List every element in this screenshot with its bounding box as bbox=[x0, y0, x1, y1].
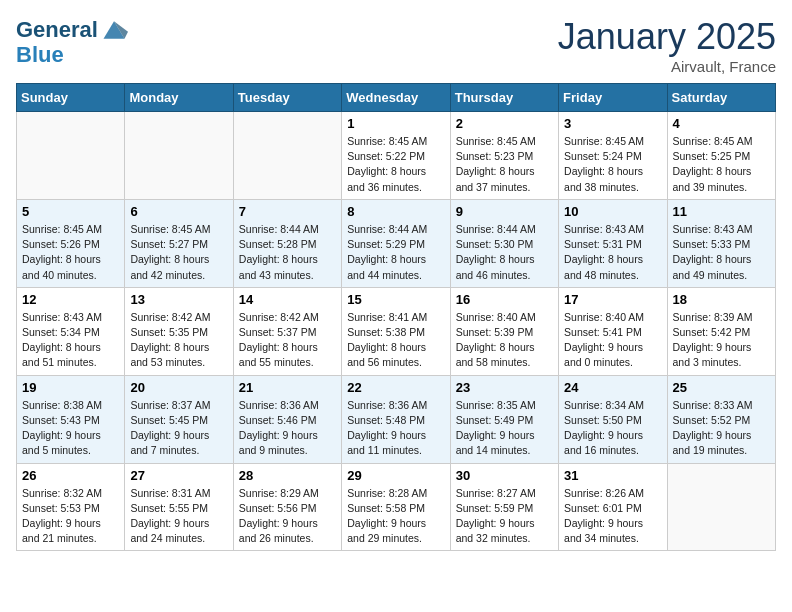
day-number: 13 bbox=[130, 292, 227, 307]
calendar-cell: 14Sunrise: 8:42 AM Sunset: 5:37 PM Dayli… bbox=[233, 287, 341, 375]
day-number: 5 bbox=[22, 204, 119, 219]
calendar-cell: 23Sunrise: 8:35 AM Sunset: 5:49 PM Dayli… bbox=[450, 375, 558, 463]
day-info: Sunrise: 8:45 AM Sunset: 5:25 PM Dayligh… bbox=[673, 134, 770, 195]
calendar-cell: 19Sunrise: 8:38 AM Sunset: 5:43 PM Dayli… bbox=[17, 375, 125, 463]
calendar-cell: 8Sunrise: 8:44 AM Sunset: 5:29 PM Daylig… bbox=[342, 199, 450, 287]
day-info: Sunrise: 8:33 AM Sunset: 5:52 PM Dayligh… bbox=[673, 398, 770, 459]
weekday-header-thursday: Thursday bbox=[450, 84, 558, 112]
calendar-cell: 16Sunrise: 8:40 AM Sunset: 5:39 PM Dayli… bbox=[450, 287, 558, 375]
day-number: 7 bbox=[239, 204, 336, 219]
day-number: 1 bbox=[347, 116, 444, 131]
week-row-2: 5Sunrise: 8:45 AM Sunset: 5:26 PM Daylig… bbox=[17, 199, 776, 287]
weekday-header-row: SundayMondayTuesdayWednesdayThursdayFrid… bbox=[17, 84, 776, 112]
calendar-cell: 9Sunrise: 8:44 AM Sunset: 5:30 PM Daylig… bbox=[450, 199, 558, 287]
day-number: 18 bbox=[673, 292, 770, 307]
calendar-cell: 30Sunrise: 8:27 AM Sunset: 5:59 PM Dayli… bbox=[450, 463, 558, 551]
month-title: January 2025 bbox=[558, 16, 776, 58]
calendar-cell: 24Sunrise: 8:34 AM Sunset: 5:50 PM Dayli… bbox=[559, 375, 667, 463]
day-number: 15 bbox=[347, 292, 444, 307]
day-info: Sunrise: 8:38 AM Sunset: 5:43 PM Dayligh… bbox=[22, 398, 119, 459]
calendar-cell: 21Sunrise: 8:36 AM Sunset: 5:46 PM Dayli… bbox=[233, 375, 341, 463]
calendar-cell: 3Sunrise: 8:45 AM Sunset: 5:24 PM Daylig… bbox=[559, 112, 667, 200]
calendar-cell: 13Sunrise: 8:42 AM Sunset: 5:35 PM Dayli… bbox=[125, 287, 233, 375]
day-number: 2 bbox=[456, 116, 553, 131]
weekday-header-sunday: Sunday bbox=[17, 84, 125, 112]
logo-accent: Blue bbox=[16, 42, 64, 67]
day-info: Sunrise: 8:32 AM Sunset: 5:53 PM Dayligh… bbox=[22, 486, 119, 547]
calendar-cell: 29Sunrise: 8:28 AM Sunset: 5:58 PM Dayli… bbox=[342, 463, 450, 551]
day-number: 19 bbox=[22, 380, 119, 395]
day-info: Sunrise: 8:42 AM Sunset: 5:35 PM Dayligh… bbox=[130, 310, 227, 371]
calendar-cell: 4Sunrise: 8:45 AM Sunset: 5:25 PM Daylig… bbox=[667, 112, 775, 200]
day-info: Sunrise: 8:45 AM Sunset: 5:22 PM Dayligh… bbox=[347, 134, 444, 195]
day-info: Sunrise: 8:27 AM Sunset: 5:59 PM Dayligh… bbox=[456, 486, 553, 547]
weekday-header-saturday: Saturday bbox=[667, 84, 775, 112]
day-info: Sunrise: 8:43 AM Sunset: 5:31 PM Dayligh… bbox=[564, 222, 661, 283]
day-info: Sunrise: 8:43 AM Sunset: 5:34 PM Dayligh… bbox=[22, 310, 119, 371]
day-number: 28 bbox=[239, 468, 336, 483]
day-info: Sunrise: 8:36 AM Sunset: 5:46 PM Dayligh… bbox=[239, 398, 336, 459]
calendar-table: SundayMondayTuesdayWednesdayThursdayFrid… bbox=[16, 83, 776, 551]
day-number: 21 bbox=[239, 380, 336, 395]
logo-text: General bbox=[16, 19, 98, 41]
calendar-cell: 12Sunrise: 8:43 AM Sunset: 5:34 PM Dayli… bbox=[17, 287, 125, 375]
calendar-cell: 26Sunrise: 8:32 AM Sunset: 5:53 PM Dayli… bbox=[17, 463, 125, 551]
calendar-cell: 6Sunrise: 8:45 AM Sunset: 5:27 PM Daylig… bbox=[125, 199, 233, 287]
day-info: Sunrise: 8:26 AM Sunset: 6:01 PM Dayligh… bbox=[564, 486, 661, 547]
day-number: 29 bbox=[347, 468, 444, 483]
day-number: 16 bbox=[456, 292, 553, 307]
day-info: Sunrise: 8:41 AM Sunset: 5:38 PM Dayligh… bbox=[347, 310, 444, 371]
calendar-cell: 22Sunrise: 8:36 AM Sunset: 5:48 PM Dayli… bbox=[342, 375, 450, 463]
day-info: Sunrise: 8:29 AM Sunset: 5:56 PM Dayligh… bbox=[239, 486, 336, 547]
calendar-cell: 17Sunrise: 8:40 AM Sunset: 5:41 PM Dayli… bbox=[559, 287, 667, 375]
day-number: 25 bbox=[673, 380, 770, 395]
week-row-4: 19Sunrise: 8:38 AM Sunset: 5:43 PM Dayli… bbox=[17, 375, 776, 463]
day-number: 24 bbox=[564, 380, 661, 395]
day-number: 31 bbox=[564, 468, 661, 483]
day-number: 30 bbox=[456, 468, 553, 483]
calendar-cell: 20Sunrise: 8:37 AM Sunset: 5:45 PM Dayli… bbox=[125, 375, 233, 463]
week-row-1: 1Sunrise: 8:45 AM Sunset: 5:22 PM Daylig… bbox=[17, 112, 776, 200]
day-info: Sunrise: 8:40 AM Sunset: 5:39 PM Dayligh… bbox=[456, 310, 553, 371]
day-info: Sunrise: 8:42 AM Sunset: 5:37 PM Dayligh… bbox=[239, 310, 336, 371]
day-info: Sunrise: 8:31 AM Sunset: 5:55 PM Dayligh… bbox=[130, 486, 227, 547]
weekday-header-friday: Friday bbox=[559, 84, 667, 112]
calendar-cell: 2Sunrise: 8:45 AM Sunset: 5:23 PM Daylig… bbox=[450, 112, 558, 200]
day-info: Sunrise: 8:28 AM Sunset: 5:58 PM Dayligh… bbox=[347, 486, 444, 547]
day-info: Sunrise: 8:45 AM Sunset: 5:23 PM Dayligh… bbox=[456, 134, 553, 195]
day-number: 8 bbox=[347, 204, 444, 219]
day-number: 14 bbox=[239, 292, 336, 307]
day-info: Sunrise: 8:43 AM Sunset: 5:33 PM Dayligh… bbox=[673, 222, 770, 283]
day-number: 6 bbox=[130, 204, 227, 219]
week-row-5: 26Sunrise: 8:32 AM Sunset: 5:53 PM Dayli… bbox=[17, 463, 776, 551]
day-number: 12 bbox=[22, 292, 119, 307]
day-info: Sunrise: 8:45 AM Sunset: 5:27 PM Dayligh… bbox=[130, 222, 227, 283]
page-header: General Blue January 2025 Airvault, Fran… bbox=[16, 16, 776, 75]
calendar-cell: 7Sunrise: 8:44 AM Sunset: 5:28 PM Daylig… bbox=[233, 199, 341, 287]
calendar-cell: 31Sunrise: 8:26 AM Sunset: 6:01 PM Dayli… bbox=[559, 463, 667, 551]
weekday-header-tuesday: Tuesday bbox=[233, 84, 341, 112]
title-block: January 2025 Airvault, France bbox=[558, 16, 776, 75]
day-info: Sunrise: 8:37 AM Sunset: 5:45 PM Dayligh… bbox=[130, 398, 227, 459]
day-number: 3 bbox=[564, 116, 661, 131]
day-number: 10 bbox=[564, 204, 661, 219]
day-info: Sunrise: 8:36 AM Sunset: 5:48 PM Dayligh… bbox=[347, 398, 444, 459]
day-info: Sunrise: 8:34 AM Sunset: 5:50 PM Dayligh… bbox=[564, 398, 661, 459]
location: Airvault, France bbox=[558, 58, 776, 75]
logo: General Blue bbox=[16, 16, 128, 66]
day-number: 22 bbox=[347, 380, 444, 395]
day-number: 26 bbox=[22, 468, 119, 483]
day-number: 17 bbox=[564, 292, 661, 307]
logo-icon bbox=[100, 16, 128, 44]
calendar-body: 1Sunrise: 8:45 AM Sunset: 5:22 PM Daylig… bbox=[17, 112, 776, 551]
day-number: 11 bbox=[673, 204, 770, 219]
day-info: Sunrise: 8:44 AM Sunset: 5:30 PM Dayligh… bbox=[456, 222, 553, 283]
calendar-cell: 5Sunrise: 8:45 AM Sunset: 5:26 PM Daylig… bbox=[17, 199, 125, 287]
day-number: 4 bbox=[673, 116, 770, 131]
day-info: Sunrise: 8:45 AM Sunset: 5:24 PM Dayligh… bbox=[564, 134, 661, 195]
calendar-cell: 25Sunrise: 8:33 AM Sunset: 5:52 PM Dayli… bbox=[667, 375, 775, 463]
calendar-cell: 27Sunrise: 8:31 AM Sunset: 5:55 PM Dayli… bbox=[125, 463, 233, 551]
calendar-cell bbox=[17, 112, 125, 200]
calendar-cell: 1Sunrise: 8:45 AM Sunset: 5:22 PM Daylig… bbox=[342, 112, 450, 200]
day-info: Sunrise: 8:44 AM Sunset: 5:28 PM Dayligh… bbox=[239, 222, 336, 283]
